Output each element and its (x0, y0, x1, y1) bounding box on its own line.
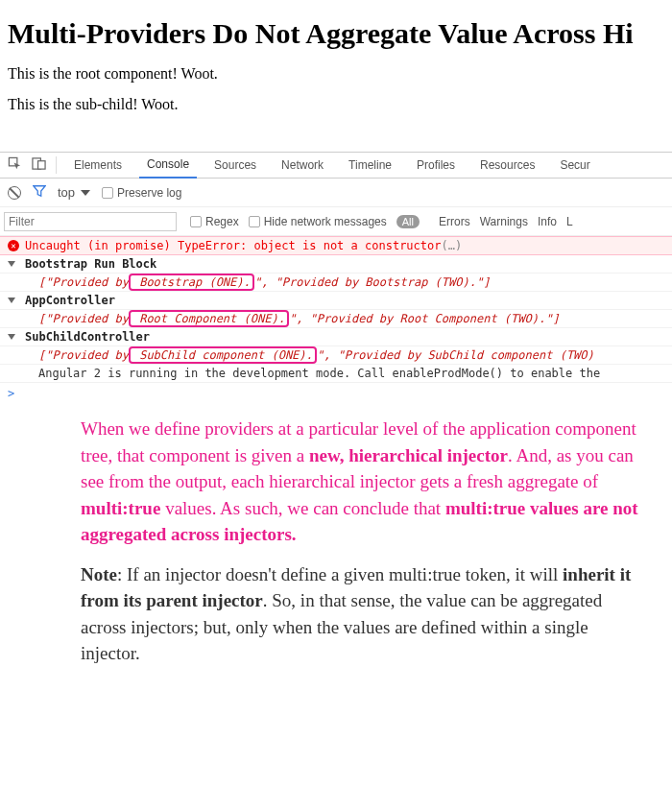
tab-network[interactable]: Network (274, 152, 331, 179)
console-log-row[interactable]: ["Provided by SubChild component (ONE)."… (0, 346, 672, 365)
regex-checkbox[interactable]: Regex (190, 215, 239, 228)
console-log-row[interactable]: ["Provided by Root Component (ONE).", "P… (0, 310, 672, 328)
filter-errors[interactable]: Errors (439, 215, 470, 228)
console-prompt[interactable]: > (0, 383, 672, 404)
group-label: AppController (25, 294, 115, 307)
svg-rect-2 (38, 161, 46, 169)
devtools-tabbar: Elements Console Sources Network Timelin… (0, 152, 672, 179)
prompt-icon: > (8, 387, 14, 400)
tab-timeline[interactable]: Timeline (341, 152, 399, 179)
clear-console-icon[interactable] (8, 186, 21, 200)
separator (56, 156, 57, 174)
device-toggle-icon[interactable] (32, 156, 46, 174)
filter-icon[interactable] (33, 184, 46, 201)
console-group-header[interactable]: AppController (0, 292, 672, 310)
tab-security[interactable]: Secur (552, 152, 597, 179)
group-label: Bootstrap Run Block (25, 257, 156, 271)
error-text: Uncaught (in promise) TypeError: object … (25, 239, 441, 252)
disclosure-triangle-icon (8, 261, 15, 267)
tab-resources[interactable]: Resources (472, 152, 542, 179)
filter-input[interactable] (4, 212, 177, 231)
group-label: SubChildController (25, 330, 150, 344)
filter-info[interactable]: Info (538, 215, 557, 228)
context-selector[interactable]: top (58, 185, 90, 200)
devmode-text: Angular 2 is running in the development … (38, 367, 600, 380)
disclosure-triangle-icon (8, 334, 15, 340)
filter-logs[interactable]: L (566, 215, 573, 228)
author-annotation: When we define providers at a particular… (0, 404, 672, 686)
error-icon: ✕ (8, 240, 19, 251)
hide-network-checkbox[interactable]: Hide network messages (249, 215, 387, 228)
filter-warnings[interactable]: Warnings (480, 215, 528, 228)
highlight-subchild-one: SubChild component (ONE). (129, 346, 317, 364)
tab-profiles[interactable]: Profiles (409, 152, 463, 179)
console-output: ✕ Uncaught (in promise) TypeError: objec… (0, 236, 672, 404)
preserve-log-label: Preserve log (117, 186, 181, 200)
console-filterbar: Regex Hide network messages All Errors W… (0, 207, 672, 236)
regex-label: Regex (205, 215, 239, 228)
checkbox-icon (249, 216, 260, 227)
error-tail: (…) (441, 239, 462, 252)
filter-all[interactable]: All (396, 215, 420, 228)
console-group-header[interactable]: SubChildController (0, 328, 672, 346)
console-log-row[interactable]: ["Provided by Bootstrap (ONE).", "Provid… (0, 274, 672, 292)
tab-sources[interactable]: Sources (206, 152, 264, 179)
tab-console[interactable]: Console (139, 152, 197, 179)
console-error-row[interactable]: ✕ Uncaught (in promise) TypeError: objec… (0, 236, 672, 255)
highlight-bootstrap-one: Bootstrap (ONE). (129, 274, 254, 291)
console-devmode-row[interactable]: Angular 2 is running in the development … (0, 365, 672, 383)
highlight-root-one: Root Component (ONE). (129, 310, 289, 327)
checkbox-icon (102, 187, 113, 199)
page-title: Multi-Providers Do Not Aggregate Value A… (8, 17, 664, 50)
tab-elements[interactable]: Elements (66, 152, 130, 179)
chevron-down-icon (81, 190, 90, 196)
preserve-log-checkbox[interactable]: Preserve log (102, 186, 181, 200)
context-label: top (58, 185, 75, 200)
console-toolbar: top Preserve log (0, 179, 672, 207)
devtools-panel: Elements Console Sources Network Timelin… (0, 152, 672, 686)
disclosure-triangle-icon (8, 298, 15, 303)
annotation-paragraph-1: When we define providers at a particular… (81, 416, 643, 548)
checkbox-icon (190, 216, 202, 227)
hide-network-label: Hide network messages (264, 215, 387, 228)
console-group-header[interactable]: Bootstrap Run Block (0, 255, 672, 274)
sub-child-text: This is the sub-child! Woot. (8, 96, 664, 113)
annotation-paragraph-2: Note: If an injector doesn't define a gi… (81, 561, 643, 667)
root-component-text: This is the root component! Woot. (8, 65, 664, 83)
inspect-element-icon[interactable] (8, 156, 22, 174)
